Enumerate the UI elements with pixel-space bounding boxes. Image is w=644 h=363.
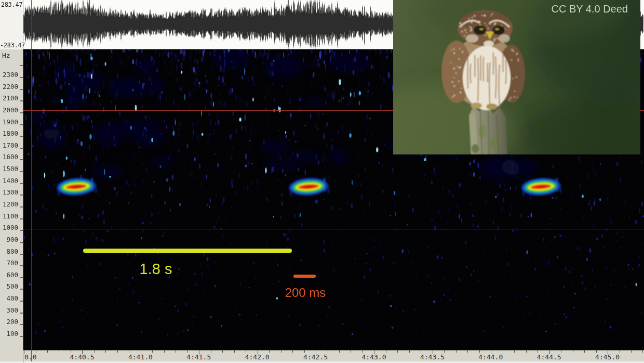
axis-gutter: 283.47 -283.47 Hz 2300220021002000190018…	[0, 0, 23, 363]
time-tick-mark	[47, 351, 48, 353]
time-tick-mark	[421, 351, 421, 353]
playhead-cursor-line[interactable]	[31, 0, 32, 361]
time-tick-label: 4:40.5	[61, 353, 103, 361]
time-tick-mark	[211, 351, 211, 353]
time-tick-mark	[351, 351, 351, 353]
time-tick-mark	[620, 351, 620, 353]
interval-annotation-label: 1.8 s	[104, 261, 208, 278]
time-tick-mark	[269, 351, 270, 353]
time-tick-mark	[281, 351, 281, 353]
frequency-tick-label: 100	[0, 330, 18, 338]
time-tick-mark	[538, 351, 538, 353]
frequency-tick-label: 1500	[0, 165, 18, 173]
frequency-tick-label: 300	[0, 306, 18, 314]
duration-annotation-label: 200 ms	[264, 286, 347, 300]
time-tick-mark	[456, 351, 457, 353]
time-tick-mark	[59, 351, 59, 353]
time-tick-mark	[561, 351, 561, 353]
time-tick-mark	[397, 351, 398, 353]
frequency-tick-label: 1800	[0, 129, 18, 137]
time-tick-label: 4:42.5	[295, 353, 337, 361]
time-tick-mark	[409, 351, 410, 353]
time-tick-mark	[36, 351, 36, 353]
frequency-unit-label: Hz	[2, 51, 10, 59]
frequency-tick-label: 400	[0, 294, 18, 302]
time-tick-mark	[526, 351, 527, 353]
frequency-tick-label: 500	[0, 282, 18, 290]
time-tick-label: 4:41.5	[178, 353, 220, 361]
owl-photo: CC BY 4.0 Deed	[393, 0, 640, 154]
time-tick-label: 0.0	[24, 353, 36, 361]
amplitude-min-label: -283.47	[0, 42, 25, 49]
frequency-tick-label: 800	[0, 248, 18, 255]
time-tick-mark	[187, 351, 188, 353]
time-tick-mark	[642, 351, 643, 353]
time-tick-mark	[152, 351, 153, 353]
time-tick-mark	[514, 351, 515, 353]
time-tick-label: 4:43.0	[353, 353, 395, 361]
frequency-tick-label: 2000	[0, 106, 18, 114]
frequency-tick-label: 1300	[0, 188, 18, 196]
time-tick-mark	[129, 351, 129, 353]
time-tick-mark	[304, 351, 305, 353]
time-tick-mark	[176, 351, 176, 353]
owl-call-blob	[56, 176, 97, 197]
frequency-tick-label: 1400	[0, 177, 18, 185]
owl-call-blob	[520, 176, 561, 197]
amplitude-max-label: 283.47	[1, 1, 23, 8]
time-tick-mark	[631, 351, 632, 353]
time-tick-mark	[467, 351, 468, 353]
time-tick-label: 4:44.0	[470, 353, 512, 361]
spectrogram-app: 283.47 -283.47 Hz 2300220021002000190018…	[0, 0, 644, 363]
time-tick-label: 4:41.0	[119, 353, 161, 361]
frequency-tick-label: 700	[0, 259, 18, 267]
time-tick-mark	[573, 351, 573, 353]
photo-credit-label: CC BY 4.0 Deed	[552, 3, 628, 15]
time-tick-mark	[222, 351, 223, 353]
time-tick-mark	[105, 351, 106, 353]
frequency-tick-label: 1600	[0, 153, 18, 161]
time-tick-mark	[234, 351, 235, 353]
frequency-tick-label: 1700	[0, 141, 18, 149]
gutter-divider	[23, 0, 23, 363]
time-tick-mark	[94, 351, 95, 353]
time-tick-mark	[479, 351, 480, 353]
time-tick-mark	[503, 351, 503, 353]
owl-call-blob	[288, 176, 329, 197]
time-tick-mark	[246, 351, 246, 353]
frequency-tick-label: 900	[0, 236, 18, 243]
time-tick-mark	[164, 351, 165, 353]
wooden-post	[469, 104, 507, 154]
frequency-tick-label: 1900	[0, 118, 18, 126]
frequency-tick-label: 200	[0, 318, 18, 326]
frequency-tick-label: 2300	[0, 71, 18, 79]
time-axis-ruler[interactable]: 0.04:40.54:41.04:41.54:42.04:42.54:43.04…	[23, 350, 644, 361]
frequency-tick-label: 2100	[0, 94, 18, 102]
time-tick-label: 4:44.5	[528, 353, 570, 361]
time-tick-mark	[328, 351, 328, 353]
time-tick-mark	[386, 351, 386, 353]
interval-measurement-bar	[83, 249, 292, 253]
frequency-tick-label: 2200	[0, 83, 18, 90]
owl-photo-illustration	[393, 0, 640, 154]
time-tick-mark	[292, 351, 293, 353]
crosshair-line-1000hz	[23, 229, 644, 229]
frequency-tick-label: 600	[0, 271, 18, 279]
time-tick-mark	[117, 351, 118, 353]
time-tick-label: 4:45.0	[587, 353, 628, 361]
time-tick-mark	[444, 351, 445, 353]
time-tick-mark	[596, 351, 597, 353]
duration-measurement-bar	[293, 275, 316, 278]
frequency-tick-label: 1100	[0, 212, 18, 220]
time-tick-mark	[339, 351, 340, 353]
frequency-tick-label: 1000	[0, 224, 18, 231]
frequency-tick-label: 1200	[0, 200, 18, 208]
time-tick-label: 4:43.5	[411, 353, 453, 361]
time-tick-mark	[71, 351, 71, 353]
time-tick-mark	[584, 351, 585, 353]
time-tick-mark	[363, 351, 363, 353]
time-tick-label: 4:42.0	[236, 353, 278, 361]
